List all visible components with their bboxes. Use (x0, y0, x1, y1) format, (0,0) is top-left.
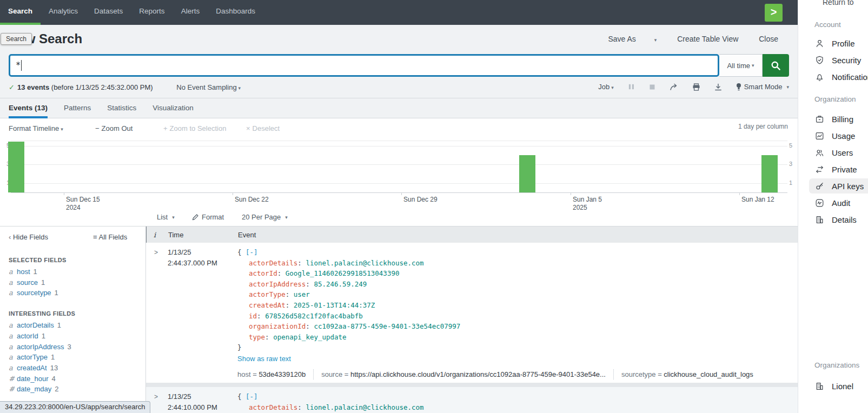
nav-item-reports[interactable]: Reports (131, 0, 173, 25)
histogram-bar[interactable] (519, 155, 535, 192)
share-icon[interactable] (670, 83, 678, 91)
nav-item-datasets[interactable]: Datasets (86, 0, 131, 25)
nav-item-dashboards[interactable]: Dashboards (208, 0, 263, 25)
json-colon: : (306, 280, 314, 288)
menu-item-security[interactable]: Security (809, 52, 868, 68)
field-count: 1 (41, 278, 45, 287)
format-results-button[interactable]: Format (192, 213, 224, 221)
menu-item-label: Security (832, 56, 861, 65)
selected-fields-header: SELECTED FIELDS (9, 257, 145, 263)
save-as-button[interactable]: Save As▾ (589, 35, 657, 43)
job-menu[interactable]: Job▾ (598, 83, 614, 91)
menu-item-label: Private (832, 165, 857, 174)
json-field-line: actorId: Google_114602629918513043390 (237, 268, 798, 279)
field-name: createdAt (17, 364, 47, 372)
result-tabs: Events (13)PatternsStatisticsVisualizati… (0, 99, 798, 118)
menu-item-users[interactable]: Users (809, 145, 868, 160)
per-page-menu[interactable]: 20 Per Page▾ (242, 213, 288, 221)
histogram-bar[interactable] (8, 142, 24, 192)
pause-icon[interactable] (628, 83, 635, 90)
json-value: lionel.palacin@clickhouse.com (306, 403, 423, 411)
field-host[interactable]: ahost1 (9, 267, 145, 277)
lightbulb-icon (736, 83, 741, 91)
json-colon: : (297, 403, 306, 411)
json-field-line: actorType: user (237, 289, 798, 300)
field-date_mday[interactable]: #date_mday2 (9, 384, 145, 395)
menu-item-details[interactable]: Details (809, 212, 868, 227)
tab-events-13[interactable]: Events (13) (9, 99, 48, 118)
show-raw-text-link[interactable]: Show as raw text (237, 353, 291, 365)
section-header-account: Account (814, 21, 841, 29)
section-header-organizations: Organizations (814, 361, 859, 369)
menu-item-usage[interactable]: Usage (809, 128, 868, 143)
close-button[interactable]: Close (759, 35, 778, 43)
fields-sidebar: ‹ Hide Fields ≡ All Fields SELECTED FIEL… (0, 227, 146, 413)
event-meta-fields: host = 53de4339120bsource = https://api.… (237, 369, 798, 379)
menu-item-api-keys[interactable]: API keys (809, 178, 868, 194)
format-timeline-menu[interactable]: Format Timeline▾ (9, 124, 63, 132)
meta-source[interactable]: source = https://api.clickhouse.cloud/v1… (313, 369, 613, 379)
search-button[interactable] (763, 54, 789, 77)
nav-item-analytics[interactable]: Analytics (41, 0, 86, 25)
field-date_hour[interactable]: #date_hour4 (9, 374, 145, 384)
json-close-line: } (237, 342, 798, 353)
meta-host[interactable]: host = 53de4339120b (237, 369, 313, 379)
json-key: actorDetails (249, 403, 297, 411)
field-sourcetype[interactable]: asourcetype1 (9, 288, 145, 298)
nav-item-search[interactable]: Search (0, 0, 41, 25)
return-to-link[interactable]: Return to (823, 0, 854, 6)
job-controls: Job▾ Smart Mode▾ (598, 83, 789, 91)
export-icon[interactable] (714, 83, 722, 91)
json-colon: : (306, 322, 314, 330)
collapse-json-toggle[interactable]: [-] (246, 248, 258, 256)
zoom-out-button[interactable]: −Zoom Out (95, 124, 132, 132)
splunk-logo[interactable]: > (765, 4, 783, 22)
collapse-json-toggle[interactable]: [-] (246, 392, 258, 401)
nav-item-alerts[interactable]: Alerts (173, 0, 208, 25)
meta-sourcetype[interactable]: sourcetype = clickhouse_cloud_audit_logs (613, 369, 761, 379)
menu-item-lionel[interactable]: Lionel (809, 378, 868, 394)
field-createdAt[interactable]: acreatedAt13 (9, 363, 145, 374)
event-date: 1/13/25 (168, 247, 232, 258)
deselect-button[interactable]: ×Deselect (246, 124, 280, 132)
tab-visualization[interactable]: Visualization (153, 99, 194, 118)
expand-event-icon[interactable]: > (146, 247, 162, 379)
hide-fields-button[interactable]: ‹ Hide Fields (9, 233, 48, 241)
print-icon[interactable] (692, 83, 700, 91)
string-type-icon: a (9, 267, 14, 277)
field-actorDetails[interactable]: aactorDetails1 (9, 320, 145, 331)
stop-icon[interactable] (649, 84, 655, 90)
field-actorIpAddress[interactable]: aactorIpAddress3 (9, 342, 145, 352)
zoom-to-selection-button[interactable]: +Zoom to Selection (163, 124, 226, 132)
tab-patterns[interactable]: Patterns (64, 99, 91, 118)
tab-statistics[interactable]: Statistics (107, 99, 136, 118)
x-axis-tick-label: Sun Dec 22 (235, 196, 269, 204)
show-raw-text-link[interactable]: Show as raw text (237, 353, 798, 365)
json-key: actorId (249, 269, 277, 277)
field-actorType[interactable]: aactorType1 (9, 352, 145, 363)
y-axis-label-right: 1 (789, 179, 797, 186)
field-source[interactable]: asource1 (9, 277, 145, 288)
json-value: 678526d582c1f20fac4babfb (265, 312, 363, 320)
event-sampling-menu[interactable]: No Event Sampling▾ (176, 83, 241, 91)
create-table-view-button[interactable]: Create Table View (677, 35, 738, 43)
menu-item-label: Details (832, 215, 857, 224)
list-view-menu[interactable]: List▾ (157, 213, 175, 221)
field-name: date_mday (17, 385, 51, 393)
time-range-picker[interactable]: All time▾ (719, 54, 763, 77)
menu-item-audit[interactable]: Audit (809, 195, 868, 210)
menu-item-billing[interactable]: Billing (809, 111, 868, 126)
menu-item-label: Users (832, 148, 853, 157)
field-count: 1 (42, 332, 45, 340)
users-icon (814, 148, 825, 158)
all-fields-button[interactable]: ≡ All Fields (93, 233, 127, 241)
histogram-bar[interactable] (761, 155, 778, 192)
field-actorId[interactable]: aactorId1 (9, 331, 145, 342)
menu-item-profile[interactable]: Profile (809, 36, 868, 51)
menu-item-notifications[interactable]: Notifications (809, 69, 868, 84)
search-query-input[interactable]: * (9, 54, 719, 77)
field-count: 2 (55, 385, 58, 393)
event-timeline-chart: 553311Sun Dec 15 2024Sun Dec 22Sun Dec 2… (0, 138, 798, 208)
menu-item-private[interactable]: Private (809, 162, 868, 177)
search-mode-menu[interactable]: Smart Mode▾ (736, 83, 789, 91)
